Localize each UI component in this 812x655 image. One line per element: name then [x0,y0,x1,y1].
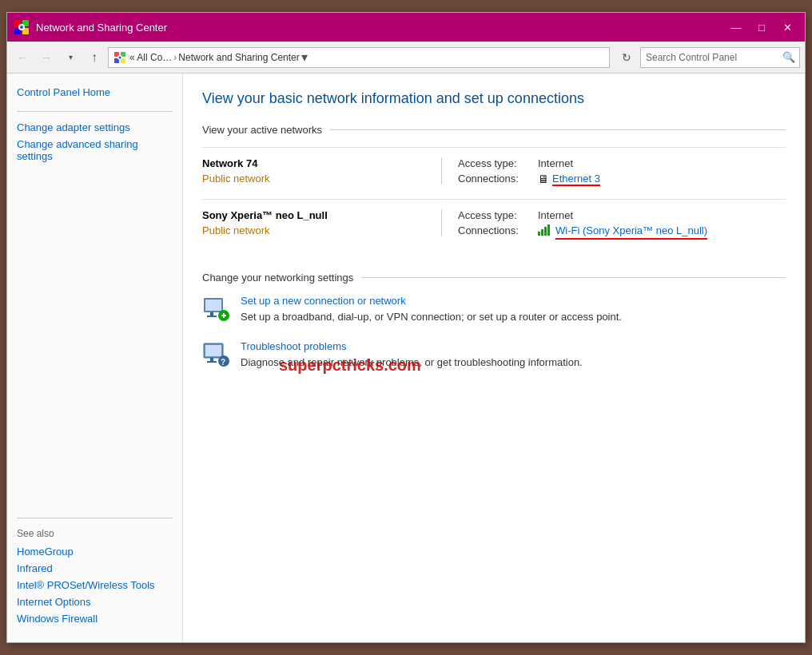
svg-rect-26 [207,361,217,363]
dropdown-button[interactable]: ▾ [60,47,81,68]
back-button[interactable]: ← [12,47,33,68]
see-also-label: See also [17,528,173,539]
sidebar: Control Panel Home Change adapter settin… [7,73,183,642]
sidebar-item-homegroup[interactable]: HomeGroup [17,546,173,558]
svg-text:?: ? [221,358,225,367]
forward-button[interactable]: → [36,47,57,68]
network-name-1: Network 74 [202,157,425,169]
settings-link-1[interactable]: Set up a new connection or network [241,295,786,307]
path-icon [113,51,126,64]
connection-link-1[interactable]: Ethernet 3 [552,173,600,186]
maximize-button[interactable]: □ [750,18,773,36]
network-row-2: Sony Xperia™ neo L_null Public network A… [202,199,786,252]
app-icon [14,19,30,35]
access-value-2: Internet [538,209,573,221]
access-value-1: Internet [538,157,573,169]
refresh-button[interactable]: ↻ [616,47,637,68]
path-separator: › [173,52,177,63]
connection-link-2[interactable]: Wi-Fi (Sony Xperia™ neo L_null) [555,224,707,240]
svg-rect-17 [205,300,221,311]
search-button[interactable]: 🔍 [778,48,799,67]
main-content: Control Panel Home Change adapter settin… [7,73,805,642]
networks-container: Network 74 Public network Access type: I… [202,147,786,252]
sidebar-item-windows-firewall[interactable]: Windows Firewall [17,613,173,625]
network-row-1: Network 74 Public network Access type: I… [202,147,786,199]
search-box: 🔍 [640,47,800,68]
svg-rect-19 [207,316,217,317]
network-connections-row-2: Connections: [458,224,786,240]
connections-label-2: Connections: [458,224,538,236]
svg-rect-13 [541,229,543,236]
ethernet-icon: 🖥 [538,173,549,185]
network-right-2: Access type: Internet Connections: [442,209,786,243]
content-pane: View your basic network information and … [183,73,805,642]
active-networks-header: View your active networks [202,124,786,136]
connections-label-1: Connections: [458,173,538,185]
svg-rect-12 [538,232,540,236]
change-networking-label: Change your networking settings [202,272,353,284]
settings-desc-1: Set up a broadband, dial-up, or VPN conn… [241,311,622,323]
svg-point-11 [119,56,121,58]
sidebar-item-adapter-settings[interactable]: Change adapter settings [17,121,173,133]
network-left-1: Network 74 Public network [202,157,442,185]
sidebar-item-advanced-sharing[interactable]: Change advanced sharing settings [17,138,173,162]
svg-rect-24 [205,345,221,356]
settings-item-1: Set up a new connection or network Set u… [202,295,786,324]
network-type-2: Public network [202,224,425,236]
sidebar-divider-1 [17,111,173,112]
path-prefix: « All Co… [129,52,172,63]
network-access-row-2: Access type: Internet [458,209,786,221]
network-name-2: Sony Xperia™ neo L_null [202,209,425,221]
svg-rect-15 [547,224,550,236]
path-dropdown[interactable]: ▾ [300,50,309,65]
address-path[interactable]: « All Co… › Network and Sharing Center ▾ [108,47,610,68]
change-networking-header: Change your networking settings [202,272,786,284]
network-right-1: Access type: Internet Connections: 🖥 Eth… [442,157,786,189]
svg-rect-25 [210,358,213,361]
settings-text-2: Troubleshoot problems Diagnose and repai… [241,340,786,370]
sidebar-spacer [17,167,173,508]
settings-text-1: Set up a new connection or network Set u… [241,295,786,324]
sidebar-divider-2 [17,518,173,518]
troubleshoot-icon: ? [202,340,231,369]
sidebar-item-internet-options[interactable]: Internet Options [17,596,173,608]
change-networking-divider [361,277,786,278]
connections-val-2: Wi-Fi (Sony Xperia™ neo L_null) [538,224,707,240]
access-label-2: Access type: [458,209,538,221]
svg-rect-18 [210,312,213,316]
active-networks-divider [330,129,786,130]
settings-item-2: ? Troubleshoot problems Diagnose and rep… [202,340,786,370]
connections-val-1: 🖥 Ethernet 3 [538,173,600,186]
title-bar: Network and Sharing Center — □ ✕ [7,13,805,42]
svg-point-5 [20,26,23,29]
network-type-1: Public network [202,173,425,185]
network-access-row-1: Access type: Internet [458,157,786,169]
access-label-1: Access type: [458,157,538,169]
window-controls: — □ ✕ [725,18,798,36]
sidebar-item-intel-proset[interactable]: Intel® PROSet/Wireless Tools [17,579,173,591]
sidebar-control-panel-home[interactable]: Control Panel Home [17,86,173,98]
add-connection-icon [202,295,231,324]
search-input[interactable] [641,52,778,63]
wifi-icon [538,224,552,238]
window-title: Network and Sharing Center [36,22,725,34]
network-left-2: Sony Xperia™ neo L_null Public network [202,209,442,236]
minimize-button[interactable]: — [725,18,747,36]
close-button[interactable]: ✕ [776,18,798,36]
settings-desc-2: Diagnose and repair network problems, or… [241,356,583,368]
settings-link-2[interactable]: Troubleshoot problems [241,340,786,352]
address-bar: ← → ▾ ↑ « All Co… › Network and Sharing … [7,42,805,73]
active-networks-label: View your active networks [202,124,322,136]
path-current: Network and Sharing Center [178,52,299,63]
sidebar-item-infrared[interactable]: Infrared [17,562,173,574]
network-connections-row-1: Connections: 🖥 Ethernet 3 [458,173,786,186]
up-button[interactable]: ↑ [84,47,105,68]
page-title: View your basic network information and … [202,89,786,108]
svg-rect-14 [544,227,547,236]
svg-rect-22 [223,313,225,318]
